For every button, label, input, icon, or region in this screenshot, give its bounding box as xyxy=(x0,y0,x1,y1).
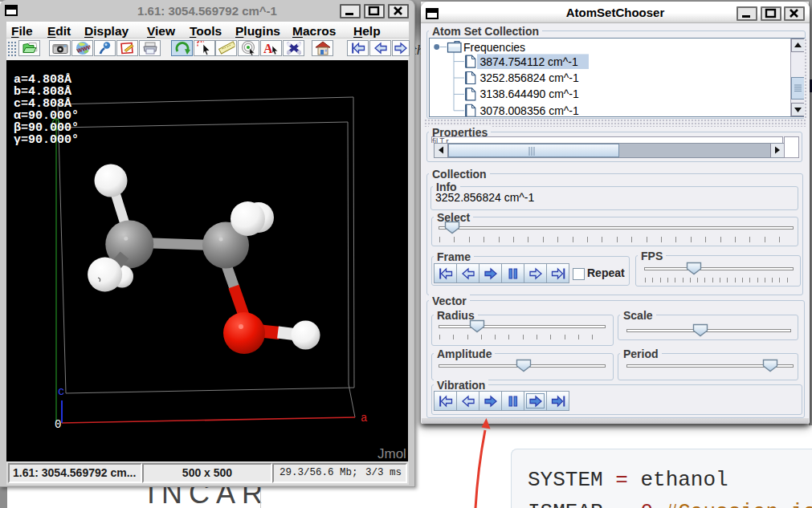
svg-text:3874.754112 cm^-1: 3874.754112 cm^-1 xyxy=(480,55,578,68)
svg-text:c: c xyxy=(58,385,64,398)
svg-text:γ=90.000°: γ=90.000° xyxy=(14,133,79,147)
svg-text:3078.008356 cm^-1: 3078.008356 cm^-1 xyxy=(480,104,580,116)
svg-text:3252.856824 cm^-1: 3252.856824 cm^-1 xyxy=(480,71,580,84)
svg-text:a: a xyxy=(361,412,367,425)
svg-text:Jmol: Jmol xyxy=(377,446,406,461)
svg-text:Frequencies: Frequencies xyxy=(463,41,525,54)
svg-text:3138.644490 cm^-1: 3138.644490 cm^-1 xyxy=(480,87,580,100)
svg-text:A: A xyxy=(263,42,273,55)
svg-text:0: 0 xyxy=(55,418,61,431)
